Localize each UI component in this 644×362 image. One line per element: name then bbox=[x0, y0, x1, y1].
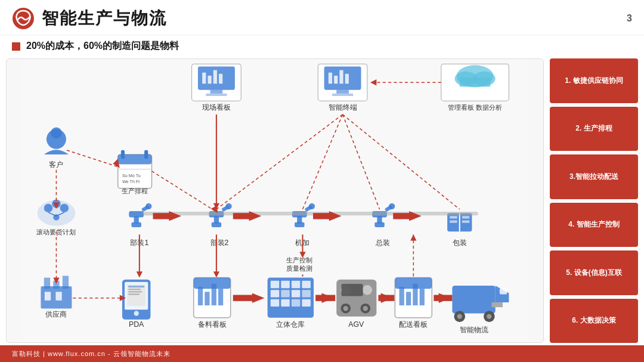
right-sidebar: 1. 敏捷供应链协同 2. 生产排程 3.智能拉动配送 4. 智能生产控制 5.… bbox=[550, 58, 638, 343]
slide: 智能生产与物流 3 20%的成本，60%的制造问题是物料 bbox=[0, 0, 644, 362]
svg-point-65 bbox=[389, 203, 395, 209]
svg-rect-91 bbox=[302, 281, 310, 288]
logo-icon bbox=[12, 7, 35, 30]
svg-rect-98 bbox=[292, 299, 300, 307]
svg-rect-152 bbox=[233, 295, 253, 301]
page-title: 智能生产与物流 bbox=[42, 7, 167, 30]
sidebar-btn-5[interactable]: 5. 设备(信息)互联 bbox=[550, 250, 638, 295]
svg-rect-113 bbox=[420, 289, 425, 305]
svg-rect-92 bbox=[271, 290, 279, 297]
svg-point-120 bbox=[487, 314, 491, 319]
footer-text: 富勒科技 | www.flux.com.cn - 云领智能物流未来 bbox=[12, 349, 171, 358]
beiliao-label: 备料看板 bbox=[198, 320, 227, 329]
svg-rect-97 bbox=[281, 299, 289, 307]
svg-point-26 bbox=[44, 204, 52, 212]
agv-label: AGV bbox=[348, 320, 364, 329]
svg-point-102 bbox=[363, 285, 373, 295]
svg-point-107 bbox=[363, 306, 368, 311]
zhiduan-label: 智能终端 bbox=[329, 103, 357, 112]
svg-rect-37 bbox=[45, 292, 51, 300]
pda-label: PDA bbox=[129, 320, 144, 329]
svg-rect-95 bbox=[302, 290, 310, 297]
svg-rect-160 bbox=[434, 295, 452, 301]
schedule-label: 生产排程 bbox=[122, 187, 148, 194]
svg-rect-114 bbox=[452, 286, 495, 313]
svg-rect-13 bbox=[332, 94, 353, 96]
svg-point-31 bbox=[53, 214, 59, 220]
svg-rect-154 bbox=[315, 295, 335, 301]
svg-point-28 bbox=[60, 204, 69, 212]
svg-rect-84 bbox=[205, 292, 209, 305]
svg-point-50 bbox=[145, 203, 151, 209]
kongzhi-label1: 生产控制 bbox=[286, 256, 312, 264]
page-number: 3 bbox=[627, 13, 632, 24]
buzhuang2-label: 部装2 bbox=[210, 239, 229, 247]
svg-rect-71 bbox=[462, 221, 469, 223]
xian-chang-label: 现场看板 bbox=[202, 103, 231, 112]
svg-rect-96 bbox=[271, 299, 279, 307]
svg-text:Su Mo Tu: Su Mo Tu bbox=[122, 173, 141, 178]
svg-rect-89 bbox=[281, 281, 289, 288]
svg-rect-111 bbox=[406, 292, 411, 305]
svg-rect-156 bbox=[378, 295, 394, 301]
sidebar-btn-6[interactable]: 6. 大数据决策 bbox=[550, 299, 638, 344]
diagram-svg: 现场看板 智能终端 管理看板 数据分析 bbox=[7, 59, 543, 342]
svg-rect-22 bbox=[460, 78, 491, 86]
svg-rect-38 bbox=[55, 292, 61, 300]
svg-rect-135 bbox=[313, 213, 330, 219]
svg-rect-133 bbox=[233, 213, 250, 219]
svg-rect-6 bbox=[202, 73, 206, 84]
svg-rect-99 bbox=[302, 299, 310, 307]
svg-rect-68 bbox=[450, 216, 457, 218]
svg-rect-79 bbox=[128, 293, 140, 295]
svg-rect-88 bbox=[271, 281, 279, 288]
svg-rect-78 bbox=[128, 291, 142, 292]
svg-rect-17 bbox=[345, 74, 349, 84]
svg-point-80 bbox=[134, 311, 139, 315]
svg-rect-41 bbox=[121, 150, 125, 159]
svg-rect-121 bbox=[500, 288, 507, 294]
sidebar-btn-1[interactable]: 1. 敏捷供应链协同 bbox=[550, 58, 638, 103]
svg-rect-137 bbox=[393, 213, 410, 219]
svg-point-105 bbox=[343, 306, 348, 311]
svg-rect-112 bbox=[413, 284, 417, 305]
svg-rect-48 bbox=[129, 211, 144, 217]
zongzhuang-label: 总装 bbox=[375, 239, 390, 247]
baozhuang-label: 包装 bbox=[453, 239, 467, 247]
svg-rect-72 bbox=[143, 212, 478, 215]
svg-rect-14 bbox=[329, 73, 332, 84]
svg-rect-94 bbox=[292, 290, 300, 297]
svg-point-55 bbox=[225, 203, 231, 209]
svg-rect-8 bbox=[213, 70, 217, 84]
svg-rect-131 bbox=[153, 213, 171, 219]
main-content: 现场看板 智能终端 管理看板 数据分析 bbox=[0, 56, 644, 345]
svg-rect-15 bbox=[334, 76, 338, 83]
svg-rect-70 bbox=[462, 216, 469, 218]
wuliu-label: 智能物流 bbox=[460, 326, 488, 334]
svg-point-24 bbox=[51, 128, 62, 139]
sidebar-btn-4[interactable]: 4. 智能生产控制 bbox=[550, 203, 638, 247]
svg-rect-12 bbox=[336, 90, 349, 94]
header: 智能生产与物流 3 bbox=[0, 0, 644, 35]
svg-rect-85 bbox=[212, 284, 216, 305]
liti-cangku-label: 立体仓库 bbox=[276, 320, 305, 329]
subtitle-text: 20%的成本，60%的制造问题是物料 bbox=[26, 40, 179, 52]
diagram-area: 现场看板 智能终端 管理看板 数据分析 bbox=[6, 58, 544, 343]
svg-point-118 bbox=[457, 314, 462, 319]
svg-rect-86 bbox=[218, 289, 223, 305]
svg-point-60 bbox=[309, 203, 315, 209]
svg-rect-9 bbox=[219, 74, 222, 84]
svg-rect-7 bbox=[208, 76, 211, 83]
subtitle-square-icon bbox=[12, 42, 20, 51]
footer: 富勒科技 | www.flux.com.cn - 云领智能物流未来 bbox=[0, 345, 644, 362]
svg-rect-77 bbox=[128, 289, 141, 290]
svg-rect-116 bbox=[491, 302, 503, 307]
subtitle-bar: 20%的成本，60%的制造问题是物料 bbox=[0, 35, 644, 56]
svg-rect-90 bbox=[292, 281, 300, 288]
svg-rect-16 bbox=[339, 70, 343, 84]
svg-text:We Th Fr: We Th Fr bbox=[122, 179, 140, 184]
sidebar-btn-2[interactable]: 2. 生产排程 bbox=[550, 107, 638, 151]
svg-rect-69 bbox=[450, 221, 457, 223]
sidebar-btn-3[interactable]: 3.智能拉动配送 bbox=[550, 154, 638, 199]
customer-label: 客户 bbox=[49, 160, 63, 169]
